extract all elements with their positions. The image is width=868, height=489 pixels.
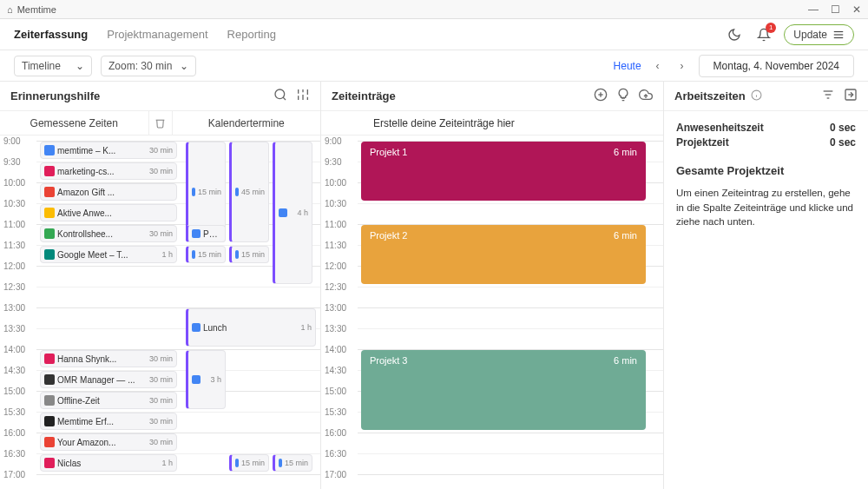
time-label: 15:30 (3, 407, 25, 417)
zoom-select[interactable]: Zoom: 30 min ⌄ (101, 56, 196, 76)
event-duration: 30 min (149, 417, 173, 426)
time-label: 11:00 (3, 220, 25, 229)
event-duration: 30 min (149, 229, 173, 238)
event-name: Kontrollshee... (57, 229, 147, 239)
window-minimize[interactable]: — (808, 3, 819, 16)
time-label: 17:00 (3, 470, 25, 479)
time-label: 16:00 (325, 428, 346, 438)
notifications-icon[interactable]: 1 (754, 25, 773, 44)
worktimes-panel: Arbeitszeiten Anwesenheitszeit 0 sec Pro… (664, 82, 868, 489)
suggestions-icon[interactable] (616, 88, 630, 104)
measured-event[interactable]: Niclas1 h (40, 454, 177, 472)
add-entry-icon[interactable] (594, 88, 608, 104)
measured-event[interactable]: memtime – K...30 min (40, 142, 177, 159)
calendar-icon (192, 250, 195, 259)
time-label: 14:30 (325, 366, 346, 375)
entry-name: Projekt 1 (370, 147, 407, 195)
time-entry[interactable]: Projekt 36 min (361, 350, 646, 430)
prev-day-button[interactable]: ‹ (650, 58, 666, 74)
info-icon[interactable] (751, 89, 762, 103)
measured-event[interactable]: Memtime Erf...30 min (40, 413, 177, 430)
calendar-event[interactable]: 4 h (273, 142, 312, 284)
app-icon (44, 374, 55, 385)
update-button[interactable]: Update (784, 24, 854, 45)
time-label: 12:00 (3, 261, 25, 271)
window-maximize[interactable]: ☐ (831, 3, 840, 16)
measured-event[interactable]: marketing-cs...30 min (40, 162, 177, 180)
app-icon (44, 228, 55, 239)
calendar-icon (279, 459, 282, 467)
app-icon (44, 208, 55, 218)
calendar-event[interactable]: Prep... (186, 225, 226, 242)
tab-projektmanagement[interactable]: Projektmanagement (107, 28, 207, 41)
time-label: 14:30 (3, 366, 25, 375)
tab-reporting[interactable]: Reporting (227, 28, 276, 41)
time-label: 16:30 (3, 449, 25, 459)
event-name: Your Amazon... (57, 438, 147, 447)
today-link[interactable]: Heute (614, 60, 641, 72)
time-label: 14:00 (3, 345, 25, 354)
presence-value: 0 sec (830, 122, 856, 134)
event-name: marketing-cs... (57, 167, 147, 176)
reminder-timeline[interactable]: 9:009:3010:0010:3011:0011:3012:0012:3013… (0, 135, 320, 489)
time-label: 10:30 (325, 199, 346, 208)
filter-icon[interactable] (821, 88, 835, 104)
calendar-event[interactable]: 15 min (229, 454, 269, 472)
calendar-event[interactable]: 3 h (186, 350, 226, 409)
measured-event[interactable]: Google Meet – T...1 h (40, 246, 177, 263)
event-name: memtime – K... (57, 146, 147, 155)
next-day-button[interactable]: › (674, 58, 690, 74)
measured-event[interactable]: OMR Manager — ...30 min (40, 371, 177, 388)
event-name: Lunch (203, 323, 298, 333)
measured-event[interactable]: Hanna Shynk...30 min (40, 350, 177, 367)
event-name: Memtime Erf... (57, 417, 147, 426)
calendar-icon (192, 375, 201, 384)
settings-sliders-icon[interactable] (296, 88, 310, 104)
time-label: 13:00 (3, 303, 25, 313)
event-duration: 3 h (210, 375, 221, 384)
calendar-icon (192, 323, 201, 332)
time-label: 15:00 (3, 387, 25, 396)
project-value: 0 sec (830, 136, 856, 149)
calendar-event[interactable]: 15 min (273, 454, 312, 472)
measured-event[interactable]: Kontrollshee...30 min (40, 225, 177, 242)
trash-icon[interactable] (148, 111, 173, 135)
app-name: Memtime (17, 4, 56, 15)
sync-cloud-icon[interactable] (639, 88, 653, 104)
measured-event[interactable]: Offline-Zeit30 min (40, 392, 177, 409)
time-label: 13:30 (3, 324, 25, 334)
worktimes-title: Arbeitszeiten (674, 89, 746, 102)
time-entry[interactable]: Projekt 26 min (361, 225, 646, 284)
measured-event[interactable]: Your Amazon...30 min (40, 433, 177, 451)
entries-timeline[interactable]: 9:009:3010:0010:3011:0011:3012:0012:3013… (321, 135, 663, 489)
tab-zeiterfassung[interactable]: Zeiterfassung (14, 28, 88, 41)
export-icon[interactable] (844, 88, 858, 104)
calendar-event[interactable]: 15 min (186, 246, 226, 263)
time-label: 11:00 (325, 220, 346, 229)
app-icon (44, 187, 55, 197)
time-label: 11:30 (325, 241, 346, 250)
entry-name: Projekt 3 (370, 355, 407, 425)
view-select[interactable]: Timeline ⌄ (14, 56, 92, 76)
event-duration: 1 h (161, 459, 173, 467)
event-duration: 30 min (149, 375, 173, 384)
search-icon[interactable] (273, 88, 287, 104)
time-label: 17:00 (325, 470, 346, 479)
event-duration: 4 h (297, 208, 308, 217)
time-entry[interactable]: Projekt 16 min (361, 142, 646, 201)
event-name: OMR Manager — ... (57, 375, 147, 385)
event-duration: 15 min (198, 250, 221, 259)
reminder-panel: Erinnerungshilfe Gemessene Zeiten Kalend… (0, 82, 321, 489)
theme-toggle-icon[interactable] (725, 25, 744, 44)
date-display[interactable]: Montag, 4. November 2024 (699, 55, 854, 77)
event-name: Hanna Shynk... (57, 354, 147, 364)
measured-event[interactable]: Amazon Gift ... (40, 183, 177, 201)
calendar-event[interactable]: Lunch1 h (186, 308, 316, 347)
calendar-event[interactable]: 45 min (229, 142, 269, 242)
window-titlebar: ⌂ Memtime — ☐ ✕ (0, 0, 868, 19)
event-name: Aktive Anwe... (57, 208, 170, 218)
entries-panel: Zeiteinträge Erstelle deine Zeiteinträge… (321, 82, 664, 489)
measured-event[interactable]: Aktive Anwe... (40, 204, 177, 221)
window-close[interactable]: ✕ (852, 3, 861, 16)
calendar-event[interactable]: 15 min (229, 246, 269, 263)
